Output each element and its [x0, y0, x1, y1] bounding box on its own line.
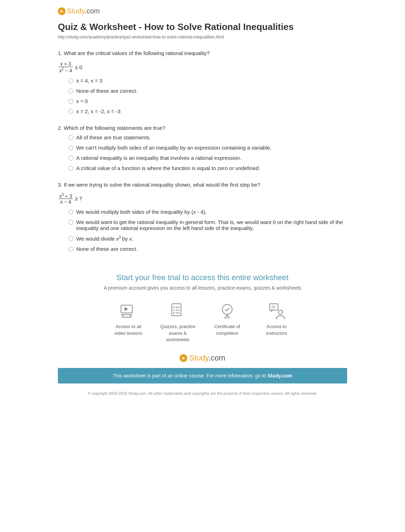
answer-text: We can't multiply both sides of an inequ… — [76, 145, 272, 151]
radio-button[interactable] — [68, 135, 73, 140]
answer-item: We can't multiply both sides of an inequ… — [68, 145, 347, 151]
video-icon — [119, 301, 138, 321]
feature-certificate-label: Certificate of completion — [210, 324, 245, 336]
radio-button[interactable] — [68, 156, 73, 161]
radio-button[interactable] — [68, 78, 73, 83]
bottom-logo-icon — [180, 354, 187, 362]
svg-point-13 — [222, 304, 232, 314]
answer-item: A critical value of a function is where … — [68, 165, 347, 171]
svg-point-9 — [173, 309, 175, 311]
answer-item: A rational inequality is an inequality t… — [68, 155, 347, 161]
copyright: © copyright 2003-2015 Study.com. All oth… — [58, 391, 347, 397]
radio-button[interactable] — [68, 109, 73, 114]
answer-item: x = 4, x = 3 — [68, 78, 347, 84]
question-3: 3. If we were trying to solve the ration… — [58, 182, 347, 252]
feature-video: Access to all video lessons — [111, 301, 146, 343]
answer-text: x = 4, x = 3 — [76, 78, 102, 84]
answer-item: All of these are true statements. — [68, 134, 347, 140]
feature-instructor: Access to instructors — [259, 301, 294, 343]
svg-line-14 — [225, 314, 227, 318]
answer-item: x = 2, x = -2, x = -3 — [68, 108, 347, 114]
logo: Study.com — [58, 7, 347, 15]
question-2-text: 2. Which of the following statements are… — [58, 125, 347, 131]
answer-text: We would want to get the rational inequa… — [76, 219, 347, 231]
answer-item: None of these are correct. — [68, 246, 347, 252]
feature-video-label: Access to all video lessons — [111, 324, 146, 336]
feature-quiz-label: Quizzes, practice exams & worksheets — [160, 324, 195, 343]
question-1-text: 1. What are the critical values of the f… — [58, 50, 347, 56]
svg-point-11 — [173, 312, 175, 314]
radio-button[interactable] — [68, 99, 73, 104]
radio-button[interactable] — [68, 236, 73, 241]
certificate-icon — [218, 301, 237, 321]
answer-item: We would divide x3 by x. — [68, 235, 347, 242]
answer-text: None of these are correct. — [76, 88, 137, 94]
page-url: http://study.com/academy/practice/quiz-w… — [58, 35, 347, 40]
radio-button[interactable] — [68, 145, 73, 150]
logo-text: Study.com — [67, 7, 100, 15]
quiz-icon — [168, 301, 188, 321]
cta-subtitle: A premium account gives you access to al… — [58, 285, 347, 291]
instructor-icon — [267, 301, 286, 321]
answer-item: None of these are correct. — [68, 88, 347, 94]
answer-text: A critical value of a function is where … — [76, 165, 260, 171]
feature-quiz: Quizzes, practice exams & worksheets — [160, 301, 195, 343]
feature-instructor-label: Access to instructors — [259, 324, 294, 336]
cta-title: Start your free trial to access this ent… — [58, 273, 347, 282]
page-title: Quiz & Worksheet - How to Solve Rational… — [58, 22, 347, 32]
question-1-answers: x = 4, x = 3 None of these are correct. … — [58, 78, 347, 114]
question-3-math: x3 + 3 x − 4 ≥ 7 — [58, 191, 347, 206]
question-2-answers: All of these are true statements. We can… — [58, 134, 347, 171]
answer-text: We would divide x3 by x. — [76, 235, 133, 242]
radio-button[interactable] — [68, 89, 73, 93]
question-1: 1. What are the critical values of the f… — [58, 50, 347, 114]
bottom-logo: Study.com — [58, 353, 347, 363]
svg-line-15 — [227, 314, 229, 318]
features-row: Access to all video lessons Quizzes, pr — [58, 301, 347, 343]
answer-text: None of these are correct. — [76, 246, 137, 252]
logo-icon — [58, 7, 66, 15]
question-3-text: 3. If we were trying to solve the ration… — [58, 182, 347, 188]
answer-text: All of these are true statements. — [76, 134, 151, 140]
answer-item: We would want to get the rational inequa… — [68, 219, 347, 231]
cta-section: Start your free trial to access this ent… — [58, 266, 347, 404]
svg-rect-17 — [270, 304, 278, 310]
svg-point-21 — [278, 310, 283, 314]
answer-item: We would multiply both sides of the ineq… — [68, 209, 347, 215]
radio-button[interactable] — [68, 210, 73, 214]
answer-text: A rational inequality is an inequality t… — [76, 155, 241, 161]
question-1-math: x + 3 x2 − 4 ≤ 0 — [58, 60, 347, 75]
answer-text: x = 2, x = -2, x = -3 — [76, 108, 120, 114]
question-2: 2. Which of the following statements are… — [58, 125, 347, 171]
radio-button[interactable] — [68, 220, 73, 225]
radio-button[interactable] — [68, 166, 73, 171]
feature-certificate: Certificate of completion — [210, 301, 245, 343]
info-banner: This worksheet is part of an online cour… — [58, 368, 347, 383]
svg-point-7 — [173, 307, 175, 308]
svg-line-3 — [122, 315, 123, 317]
answer-text: x = 0 — [76, 98, 88, 104]
svg-marker-1 — [125, 307, 128, 311]
bottom-logo-text: Study.com — [189, 353, 225, 363]
radio-button[interactable] — [68, 247, 73, 252]
answer-text: We would multiply both sides of the ineq… — [76, 209, 207, 215]
answer-item: x = 0 — [68, 98, 347, 104]
question-3-answers: We would multiply both sides of the ineq… — [58, 209, 347, 252]
svg-line-4 — [130, 315, 131, 317]
